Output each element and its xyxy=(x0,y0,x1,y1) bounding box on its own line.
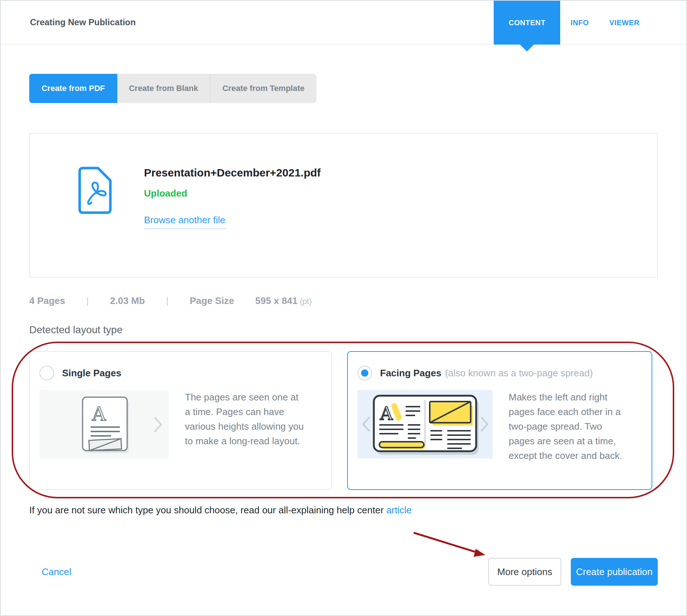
page-title: Creating New Publication xyxy=(30,17,136,27)
source-type-tabs: Create from PDF Create from Blank Create… xyxy=(29,74,316,103)
help-text: If you are not sure which type you shoul… xyxy=(29,505,658,516)
radio-facing-pages[interactable] xyxy=(357,366,372,380)
layout-option-facing-pages[interactable]: Facing Pages (also known as a two-page s… xyxy=(347,351,652,490)
layout-option-single-pages[interactable]: Single Pages A xyxy=(29,351,332,490)
file-meta-row: 4 Pages | 2.03 Mb | Page Size 595 x 841 … xyxy=(29,295,658,307)
dialog-footer: Cancel More options Create publication xyxy=(29,558,658,586)
pdf-file-icon xyxy=(75,167,112,216)
layout-options: Single Pages A xyxy=(29,351,658,490)
meta-separator: | xyxy=(86,295,89,307)
more-options-button[interactable]: More options xyxy=(488,558,561,586)
facing-pages-header: Facing Pages (also known as a two-page s… xyxy=(357,366,652,380)
file-name: Presentation+December+2021.pdf xyxy=(144,167,321,179)
browse-another-file-link[interactable]: Browse another file xyxy=(144,214,225,229)
tab-create-from-blank[interactable]: Create from Blank xyxy=(117,74,210,103)
meta-separator: | xyxy=(166,295,168,307)
dialog-body: Create from PDF Create from Blank Create… xyxy=(1,45,686,586)
tab-content[interactable]: CONTENT xyxy=(494,1,560,45)
cancel-link[interactable]: Cancel xyxy=(42,566,71,578)
single-pages-body: A The pages are seen one at a time. Page… xyxy=(39,390,331,459)
tab-info[interactable]: INFO xyxy=(560,1,599,45)
svg-text:A: A xyxy=(92,403,106,425)
meta-size: 2.03 Mb xyxy=(110,295,145,307)
meta-pages: 4 Pages xyxy=(29,295,65,307)
create-publication-button[interactable]: Create publication xyxy=(571,558,658,586)
single-pages-description: The pages are seen one at a time. Pages … xyxy=(185,390,305,448)
facing-pages-description: Makes the left and right pages face each… xyxy=(509,390,629,463)
help-article-link[interactable]: article xyxy=(386,505,411,516)
facing-pages-illustration-icon: A xyxy=(357,390,493,459)
meta-page-size-value: 595 x 841 xyxy=(255,295,298,307)
upload-status: Uploaded xyxy=(144,188,321,199)
radio-single-pages[interactable] xyxy=(39,366,54,380)
create-publication-dialog: Creating New Publication CONTENT INFO VI… xyxy=(0,0,687,616)
single-pages-header: Single Pages xyxy=(39,366,331,380)
facing-pages-body: A xyxy=(357,390,652,463)
uploaded-file-panel: Presentation+December+2021.pdf Uploaded … xyxy=(29,133,658,278)
meta-page-size-unit: (pt) xyxy=(300,297,312,306)
single-pages-label: Single Pages xyxy=(62,368,121,379)
tab-viewer[interactable]: VIEWER xyxy=(599,1,650,45)
svg-text:A: A xyxy=(380,403,393,424)
help-text-prefix: If you are not sure which type you shoul… xyxy=(29,505,386,516)
facing-pages-label: Facing Pages xyxy=(380,368,441,379)
single-pages-illustration-icon: A xyxy=(39,390,169,459)
tab-create-from-pdf[interactable]: Create from PDF xyxy=(29,74,117,103)
header-tabs: CONTENT INFO VIEWER xyxy=(494,1,650,45)
meta-page-size-label: Page Size xyxy=(190,295,234,307)
detected-layout-heading: Detected layout type xyxy=(29,324,658,336)
file-info: Presentation+December+2021.pdf Uploaded … xyxy=(144,167,321,229)
tab-create-from-template[interactable]: Create from Template xyxy=(210,74,316,103)
dialog-header: Creating New Publication CONTENT INFO VI… xyxy=(1,1,686,45)
facing-pages-sublabel: (also known as a two-page spread) xyxy=(445,368,593,379)
